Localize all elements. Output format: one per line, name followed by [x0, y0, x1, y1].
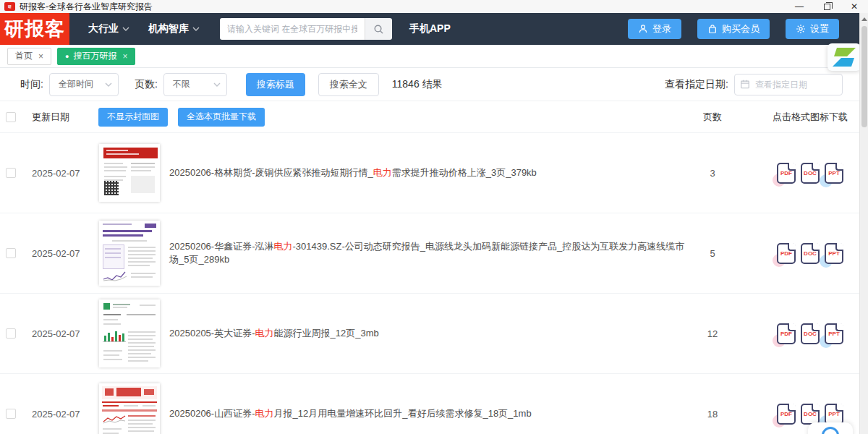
row-date: 2025-02-07 — [32, 168, 98, 179]
column-download-hint: 点击格式图标下载 — [760, 111, 861, 124]
close-tab-icon[interactable]: × — [38, 51, 43, 61]
hide-cover-button[interactable]: 不显示封面图 — [98, 108, 168, 127]
pdf-download-icon[interactable]: PDF — [777, 163, 796, 184]
help-circle-icon — [822, 427, 839, 434]
scroll-up-arrow-icon[interactable] — [861, 17, 867, 21]
date-picker-label: 查看指定日期: — [665, 78, 728, 91]
report-cover-thumbnail[interactable] — [99, 144, 160, 202]
login-button[interactable]: 登录 — [628, 19, 681, 39]
calendar-icon — [740, 79, 750, 93]
table-row: 2025-02-07 — [0, 294, 868, 374]
tab-bar: 首页 × ● 搜百万研报 × — [0, 45, 868, 68]
select-all-checkbox[interactable] — [6, 112, 16, 122]
row-date: 2025-02-07 — [32, 409, 98, 420]
report-cover-thumbnail[interactable] — [99, 221, 160, 286]
flash-logo-icon — [830, 46, 859, 69]
search-icon — [373, 24, 384, 35]
active-dot-icon: ● — [65, 53, 69, 60]
search-input[interactable] — [220, 18, 365, 40]
global-search — [220, 18, 392, 40]
ppt-download-icon[interactable]: PPT — [825, 404, 843, 425]
window-titlebar: 研 研报客-全球各行各业智库研究报告 — ✕ — [0, 0, 868, 13]
time-filter-select[interactable]: 全部时间 — [49, 73, 119, 96]
report-title-link[interactable]: 20250206-山西证券-电力月报_12月用电量增速环比回升_看好后续需求修复… — [166, 407, 687, 420]
doc-download-icon[interactable]: DOC — [801, 243, 820, 264]
table-row: 2025-02-07 20250206-格林期货-废铜供应紧张推动短期行情_电力… — [0, 133, 868, 213]
table-row: 2025-02-07 — [0, 213, 868, 294]
row-pages: 18 — [687, 409, 738, 420]
tab-search-reports[interactable]: ● 搜百万研报 × — [57, 48, 135, 65]
settings-button[interactable]: 设置 — [786, 19, 839, 39]
pages-filter-label: 页数: — [135, 78, 158, 91]
chevron-down-icon — [192, 27, 200, 31]
pages-filter-select[interactable]: 不限 — [163, 73, 227, 96]
highlight-keyword: 电力 — [274, 241, 293, 252]
ppt-download-icon[interactable]: PPT — [825, 323, 843, 344]
report-cover-thumbnail[interactable] — [99, 383, 160, 434]
close-tab-icon[interactable]: × — [122, 51, 127, 61]
row-date: 2025-02-07 — [32, 248, 98, 259]
doc-download-icon[interactable]: DOC — [801, 163, 820, 184]
gear-icon — [796, 24, 806, 34]
floating-app-logo[interactable] — [827, 43, 861, 71]
mobile-app-link[interactable]: 手机APP — [409, 22, 451, 35]
app-window: 研 研报客-全球各行各业智库研究报告 — ✕ 研报客 大行业 机构智库 手机AP… — [0, 0, 868, 434]
report-title-link[interactable]: 20250205-英大证券-电力能源行业周报_12页_3mb — [166, 327, 687, 340]
floating-help-widget[interactable] — [808, 422, 853, 434]
table-header: 更新日期 不显示封面图 全选本页批量下载 页数 点击格式图标下载 — [0, 101, 868, 133]
nav-industry-menu[interactable]: 大行业 — [88, 22, 129, 35]
brand-logo[interactable]: 研报客 — [0, 13, 69, 45]
search-title-button[interactable]: 搜索标题 — [246, 73, 305, 96]
row-pages: 12 — [687, 328, 738, 339]
close-button[interactable]: ✕ — [851, 2, 858, 11]
doc-download-icon[interactable]: DOC — [801, 323, 820, 344]
window-title: 研报客-全球各行各业智库研究报告 — [20, 1, 153, 13]
chevron-down-icon — [105, 82, 112, 87]
vertical-scrollbar[interactable] — [859, 13, 868, 434]
scrollbar-thumb[interactable] — [861, 26, 867, 127]
ppt-download-icon[interactable]: PPT — [825, 243, 843, 264]
chevron-down-icon — [122, 27, 129, 31]
report-title-link[interactable]: 20250206-格林期货-废铜供应紧张推动短期行情_电力需求提升推动价格上涨_… — [166, 166, 687, 179]
tab-home[interactable]: 首页 × — [7, 48, 51, 65]
main-header: 研报客 大行业 机构智库 手机APP 登录 购买会员 — [0, 13, 868, 45]
highlight-keyword: 电力 — [255, 408, 274, 419]
batch-download-button[interactable]: 全选本页批量下载 — [178, 108, 265, 127]
minimize-button[interactable]: — — [795, 2, 804, 11]
row-checkbox[interactable] — [6, 168, 16, 178]
search-fulltext-button[interactable]: 搜索全文 — [318, 73, 379, 96]
doc-download-icon[interactable]: DOC — [801, 404, 820, 425]
bag-icon — [707, 24, 718, 34]
pdf-download-icon[interactable]: PDF — [777, 243, 796, 264]
app-icon: 研 — [4, 2, 15, 11]
pdf-download-icon[interactable]: PDF — [777, 404, 796, 425]
nav-thinktank-menu[interactable]: 机构智库 — [148, 22, 200, 35]
date-picker-input[interactable] — [734, 74, 843, 95]
row-checkbox[interactable] — [6, 248, 16, 258]
report-title-link[interactable]: 20250206-华鑫证券-泓淋电力-301439.SZ-公司动态研究报告_电源… — [166, 240, 687, 266]
pdf-download-icon[interactable]: PDF — [777, 323, 796, 344]
row-checkbox[interactable] — [6, 409, 16, 419]
maximize-button[interactable] — [824, 4, 830, 10]
time-filter-label: 时间: — [20, 78, 43, 91]
row-pages: 3 — [687, 168, 738, 179]
ppt-download-icon[interactable]: PPT — [825, 163, 843, 184]
highlight-keyword: 电力 — [373, 167, 392, 178]
row-pages: 5 — [687, 248, 738, 259]
row-date: 2025-02-07 — [32, 328, 98, 339]
filter-bar: 时间: 全部时间 页数: 不限 搜索标题 搜索全文 11846 结果 查看指定日… — [0, 68, 868, 101]
user-icon — [638, 24, 648, 34]
search-button[interactable] — [365, 18, 392, 40]
result-count: 11846 结果 — [392, 78, 443, 91]
column-pages: 页数 — [687, 111, 738, 124]
row-checkbox[interactable] — [6, 328, 16, 339]
column-update-date: 更新日期 — [32, 111, 98, 124]
highlight-keyword: 电力 — [255, 328, 274, 339]
buy-membership-button[interactable]: 购买会员 — [697, 19, 770, 39]
table-row: 2025-02-07 — [0, 374, 868, 434]
chevron-down-icon — [213, 82, 221, 87]
report-cover-thumbnail[interactable] — [99, 299, 160, 367]
